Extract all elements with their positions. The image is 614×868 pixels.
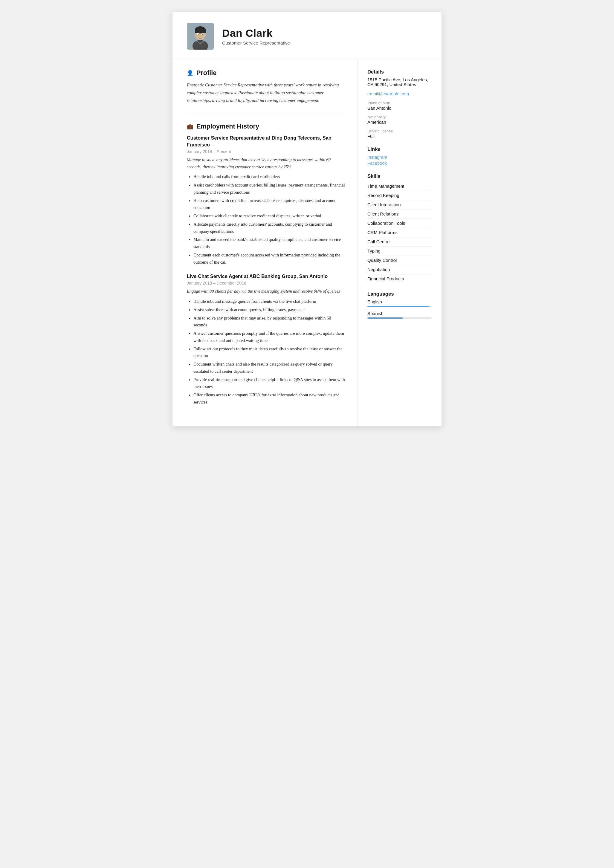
nationality-value: American (367, 120, 432, 125)
skill-item: Call Centre (367, 237, 432, 246)
bullet-item: Collaborate with clientele to resolve cr… (194, 212, 346, 220)
header-section: Dan Clark Customer Service Representativ… (172, 12, 442, 58)
profile-icon: 👤 (187, 70, 194, 76)
job-bullets-2: Handle inbound message queries from clie… (187, 298, 346, 406)
email-link[interactable]: email@example.com (367, 91, 409, 96)
bullet-item: Offer clients access to company URL's fo… (194, 392, 346, 406)
job-bullets-1: Handle inbound calls from credit card ca… (187, 174, 346, 266)
address-value: 1515 Pacific Ave, Los Angeles, CA 90291,… (367, 78, 432, 87)
svg-rect-4 (195, 30, 206, 33)
profile-section: 👤 Profile Energetic Customer Service Rep… (187, 69, 346, 104)
bullet-item: Answer customer questions promptly and i… (194, 330, 346, 344)
profile-section-title: 👤 Profile (187, 69, 346, 77)
skill-item: Record Keeping (367, 191, 432, 200)
bullet-item: Aim to solve any problems that may arise… (194, 315, 346, 329)
birth-label: Place of birth (367, 101, 432, 105)
links-title: Links (367, 146, 432, 152)
language-item-english: English (367, 299, 432, 307)
skills-section: Skills Time Management Record Keeping Cl… (367, 174, 432, 284)
language-bar-bg (367, 306, 432, 307)
skills-title: Skills (367, 174, 432, 179)
divider (187, 114, 346, 114)
header-info: Dan Clark Customer Service Representativ… (222, 27, 290, 45)
language-item-spanish: Spanish (367, 311, 432, 319)
nationality-item: Nationality American (367, 115, 432, 125)
employment-section: 💼 Employment History Customer Service Re… (187, 122, 346, 406)
resume-card: Dan Clark Customer Service Representativ… (172, 12, 442, 426)
details-section: Details 1515 Pacific Ave, Los Angeles, C… (367, 69, 432, 139)
nationality-label: Nationality (367, 115, 432, 119)
bullet-item: Assist cardholders with account queries,… (194, 182, 346, 196)
svg-point-8 (202, 34, 203, 35)
language-bar-fill-spanish (367, 318, 403, 319)
language-name: English (367, 299, 432, 304)
job-title-2: Live Chat Service Agent at ABC Banking G… (187, 273, 346, 280)
skill-item: Typing (367, 246, 432, 256)
person-title: Customer Service Representative (222, 40, 290, 45)
facebook-link[interactable]: Facebook (367, 161, 432, 166)
skill-item: Client Interaction (367, 200, 432, 209)
job-item: Customer Service Representative at Ding … (187, 135, 346, 266)
driving-value: Full (367, 134, 432, 139)
employment-section-title: 💼 Employment History (187, 122, 346, 130)
email-item: email@example.com (367, 91, 432, 96)
job-item: Live Chat Service Agent at ABC Banking G… (187, 273, 346, 406)
language-bar-fill-english (367, 306, 429, 307)
job-date-1: January 2019 – Present (187, 149, 346, 154)
svg-point-7 (198, 34, 199, 35)
job-date-2: January 2018 – December 2018 (187, 281, 346, 285)
body-section: 👤 Profile Energetic Customer Service Rep… (172, 58, 442, 426)
bullet-item: Document written chats and also the resu… (194, 361, 346, 375)
main-column: 👤 Profile Energetic Customer Service Rep… (172, 58, 358, 426)
bullet-item: Handle inbound calls from credit card ca… (194, 174, 346, 181)
skill-item: Negotiation (367, 265, 432, 274)
bullet-item: Follow set out protocols to they must li… (194, 346, 346, 360)
avatar (187, 23, 214, 50)
job-summary-2: Engage with 80 clients per day via the l… (187, 288, 346, 295)
address-item: 1515 Pacific Ave, Los Angeles, CA 90291,… (367, 78, 432, 87)
driving-label: Driving license (367, 129, 432, 133)
language-bar-bg (367, 318, 432, 319)
birth-value: San Antonio (367, 106, 432, 111)
bullet-item: Maintain and exceed the bank's establish… (194, 236, 346, 251)
job-summary-1: Manage to solve any problems that may ar… (187, 157, 346, 170)
details-title: Details (367, 69, 432, 75)
skill-item: Client Relations (367, 209, 432, 219)
language-name: Spanish (367, 311, 432, 316)
skill-item: Collaboration Tools (367, 219, 432, 228)
skill-item: Financial Products (367, 274, 432, 284)
bullet-item: Help customers with credit line increase… (194, 197, 346, 212)
profile-text: Energetic Customer Service Representativ… (187, 81, 346, 104)
bullet-item: Assist subscribers with account queries,… (194, 306, 346, 313)
birth-item: Place of birth San Antonio (367, 101, 432, 111)
driving-item: Driving license Full (367, 129, 432, 139)
skill-item: Quality Control (367, 256, 432, 265)
person-name: Dan Clark (222, 27, 290, 39)
skill-item: Time Management (367, 182, 432, 191)
bullet-item: Handle inbound message queries from clie… (194, 298, 346, 305)
job-title-1: Customer Service Representative at Ding … (187, 135, 346, 148)
bullet-item: Document each customer's account accesse… (194, 252, 346, 266)
employment-icon: 💼 (187, 124, 194, 130)
links-section: Links Instagram Facebook (367, 146, 432, 166)
languages-section: Languages English Spanish (367, 291, 432, 319)
instagram-link[interactable]: Instagram (367, 155, 432, 160)
skill-item: CRM Platforms (367, 228, 432, 237)
bullet-item: Provide real-time support and give clien… (194, 376, 346, 391)
bullet-item: Allocate payments directly into customer… (194, 221, 346, 235)
languages-title: Languages (367, 291, 432, 297)
side-column: Details 1515 Pacific Ave, Los Angeles, C… (358, 58, 442, 426)
